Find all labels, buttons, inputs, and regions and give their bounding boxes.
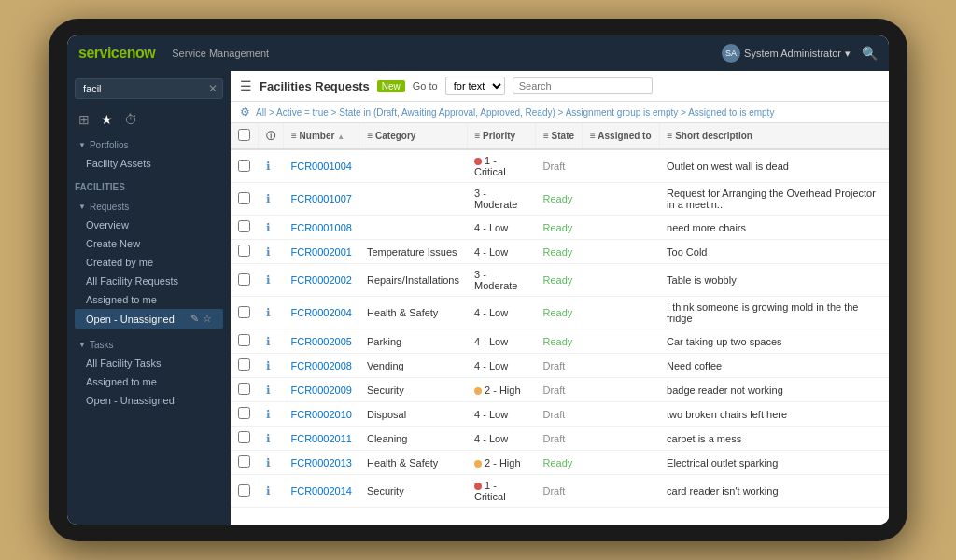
row-info-icon[interactable]: ℹ <box>266 192 271 205</box>
row-info-icon[interactable]: ℹ <box>266 221 271 234</box>
sidebar-item-create-new[interactable]: Create New <box>75 234 223 253</box>
row-assigned-to <box>583 183 659 216</box>
select-all-checkbox[interactable] <box>238 129 250 141</box>
content-area: ☰ Facilities Requests New Go to for text… <box>231 71 889 525</box>
sidebar-item-overview[interactable]: Overview <box>75 216 223 234</box>
col-state[interactable]: ≡ State <box>536 123 583 149</box>
sidebar-tab-history[interactable]: ⏱ <box>120 110 141 129</box>
row-checkbox[interactable] <box>238 484 250 497</box>
row-checkbox[interactable] <box>238 306 250 318</box>
row-category: Temperature Issues <box>359 240 467 264</box>
col-category[interactable]: ≡ Category <box>359 123 467 149</box>
filter-icon[interactable]: ⚙ <box>240 105 250 119</box>
row-assigned-to <box>583 378 659 402</box>
row-category <box>359 216 467 240</box>
row-state: Draft <box>536 149 583 183</box>
request-link[interactable]: FCR0002008 <box>291 360 352 371</box>
hamburger-icon[interactable]: ☰ <box>240 78 252 93</box>
sidebar-tab-star[interactable]: ★ <box>97 110 117 129</box>
sidebar-tab-grid[interactable]: ⊞ <box>75 110 93 129</box>
row-number: FCR0002009 <box>284 378 359 402</box>
logo: servicenow <box>78 45 155 62</box>
row-info-icon[interactable]: ℹ <box>266 306 271 319</box>
table-row: ℹ FCR0002011 Cleaning 4 - Low Draft carp… <box>231 427 889 451</box>
request-link[interactable]: FCR0002010 <box>291 409 352 420</box>
request-link[interactable]: FCR0002011 <box>291 433 352 444</box>
request-link[interactable]: FCR0001008 <box>291 222 352 233</box>
row-state: Draft <box>536 354 583 378</box>
row-info-icon[interactable]: ℹ <box>266 273 271 287</box>
row-priority: 1 - Critical <box>467 475 536 508</box>
sidebar-item-all-facility-tasks[interactable]: All Facility Tasks <box>75 354 223 372</box>
row-info-icon[interactable]: ℹ <box>266 456 271 469</box>
row-priority: 4 - Low <box>467 297 536 329</box>
row-checkbox[interactable] <box>238 383 250 395</box>
request-link[interactable]: FCR0001007 <box>291 193 352 204</box>
col-number[interactable]: ≡ Number ▲ <box>284 123 359 149</box>
row-assigned-to <box>583 216 659 240</box>
col-description[interactable]: ≡ Short description <box>659 123 888 149</box>
row-checkbox[interactable] <box>238 245 250 257</box>
priority-dot-red <box>474 483 482 490</box>
row-info-icon[interactable]: ℹ <box>266 432 271 445</box>
row-checkbox[interactable] <box>238 160 250 172</box>
row-checkbox[interactable] <box>238 273 250 286</box>
request-link[interactable]: FCR0002013 <box>291 457 352 469</box>
col-assigned-to[interactable]: ≡ Assigned to <box>583 123 659 149</box>
request-link[interactable]: FCR0002004 <box>291 307 352 318</box>
row-assigned-to <box>583 354 659 378</box>
requests-header[interactable]: ▼ Requests <box>75 198 223 216</box>
row-info-icon[interactable]: ℹ <box>266 335 271 348</box>
sidebar-search-clear-icon[interactable]: ✕ <box>208 82 218 95</box>
col-priority[interactable]: ≡ Priority <box>467 123 536 149</box>
tasks-header[interactable]: ▼ Tasks <box>75 336 223 354</box>
facilities-group-label: Facilities <box>67 176 231 194</box>
row-info-icon[interactable]: ℹ <box>266 384 271 397</box>
requests-label: Requests <box>90 202 129 212</box>
row-checkbox-cell <box>231 216 259 240</box>
row-checkbox[interactable] <box>238 192 250 204</box>
row-info-icon[interactable]: ℹ <box>266 160 271 173</box>
row-assigned-to <box>583 264 659 297</box>
sidebar-item-created-by-me[interactable]: Created by me <box>75 253 223 272</box>
row-checkbox[interactable] <box>238 455 250 468</box>
sidebar-item-facility-assets[interactable]: Facility Assets <box>75 154 223 173</box>
sidebar-item-assigned-to-me[interactable]: Assigned to me <box>75 290 223 309</box>
tablet-screen: servicenow Service Management SA System … <box>67 35 889 525</box>
request-link[interactable]: FCR0002014 <box>291 485 352 497</box>
row-checkbox[interactable] <box>238 334 250 346</box>
row-assigned-to <box>583 240 659 264</box>
row-checkbox[interactable] <box>238 220 250 232</box>
row-info-icon[interactable]: ℹ <box>266 484 271 497</box>
sidebar-item-assigned-to-me2[interactable]: Assigned to me <box>75 372 223 391</box>
row-checkbox[interactable] <box>238 358 250 371</box>
request-link[interactable]: FCR0002001 <box>291 246 352 258</box>
row-priority: 4 - Low <box>467 427 536 451</box>
row-assigned-to <box>583 329 659 354</box>
request-link[interactable]: FCR0002005 <box>291 336 352 347</box>
requests-arrow-icon: ▼ <box>78 203 86 211</box>
row-checkbox[interactable] <box>238 407 250 419</box>
sidebar-item-all-facility-requests[interactable]: All Facility Requests <box>75 272 223 290</box>
toolbar-title: Facilities Requests <box>260 79 370 93</box>
goto-select[interactable]: for text <box>445 77 505 95</box>
global-search-icon[interactable]: 🔍 <box>862 46 878 61</box>
request-link[interactable]: FCR0001004 <box>291 161 352 172</box>
sidebar-search-input[interactable] <box>75 78 223 99</box>
row-info-icon[interactable]: ℹ <box>266 359 271 372</box>
row-priority: 4 - Low <box>467 240 536 264</box>
edit-icon[interactable]: ✎ <box>190 313 199 325</box>
user-badge[interactable]: SA System Administrator ▾ <box>722 44 851 63</box>
star-icon[interactable]: ☆ <box>203 313 212 325</box>
portfolios-header[interactable]: ▼ Portfolios <box>75 136 223 154</box>
toolbar-search-input[interactable] <box>513 77 653 94</box>
sidebar-item-open-unassigned2[interactable]: Open - Unassigned <box>75 391 223 410</box>
row-info-cell: ℹ <box>259 264 284 297</box>
row-checkbox[interactable] <box>238 431 250 443</box>
row-assigned-to <box>583 297 659 329</box>
row-info-icon[interactable]: ℹ <box>266 408 271 421</box>
request-link[interactable]: FCR0002009 <box>291 385 352 396</box>
request-link[interactable]: FCR0002002 <box>291 274 352 286</box>
sidebar-item-open-unassigned[interactable]: Open - Unassigned ✎ ☆ <box>75 309 223 329</box>
row-info-icon[interactable]: ℹ <box>266 245 271 259</box>
